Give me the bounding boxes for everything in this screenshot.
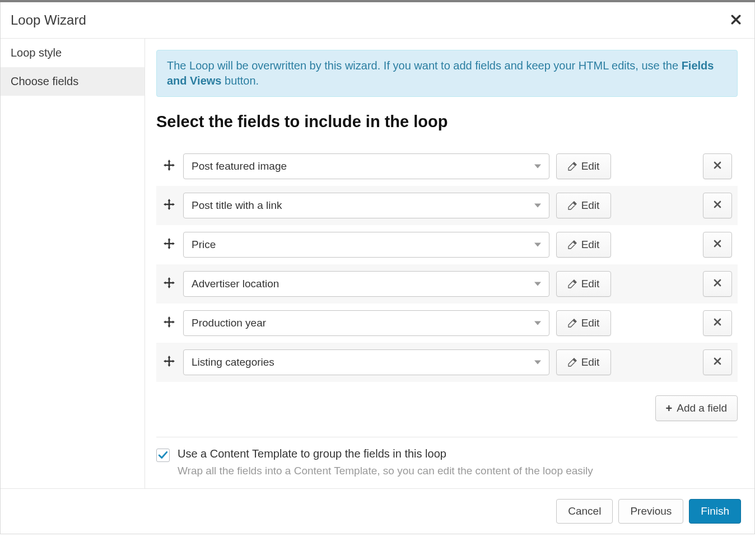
field-name: Listing categories (192, 356, 274, 368)
edit-label: Edit (581, 356, 600, 368)
close-icon[interactable] (731, 12, 741, 28)
field-row: Post featured imageEdit (156, 147, 738, 186)
edit-button[interactable]: Edit (556, 193, 611, 218)
overwrite-notice: The Loop will be overwritten by this wiz… (156, 50, 738, 97)
drag-handle-icon[interactable] (162, 277, 176, 291)
close-icon (713, 317, 722, 329)
pencil-icon (568, 240, 577, 249)
field-name: Advertiser location (192, 278, 279, 290)
close-icon (713, 239, 722, 251)
edit-label: Edit (581, 278, 600, 290)
field-name: Post featured image (192, 160, 287, 172)
add-field-button[interactable]: + Add a field (655, 395, 738, 421)
field-row: Production yearEdit (156, 304, 738, 343)
drag-handle-icon[interactable] (162, 199, 176, 212)
edit-label: Edit (581, 239, 600, 251)
field-select[interactable]: Price (183, 232, 549, 258)
remove-button[interactable] (703, 232, 732, 258)
checkbox-label: Use a Content Template to group the fiel… (178, 447, 593, 460)
add-field-row: + Add a field (156, 382, 738, 431)
field-row: Advertiser locationEdit (156, 264, 738, 304)
edit-button[interactable]: Edit (556, 349, 611, 375)
dialog-title: Loop Wizard (11, 12, 86, 28)
field-select[interactable]: Post featured image (183, 153, 549, 179)
pencil-icon (568, 201, 577, 210)
content-template-option: Use a Content Template to group the fiel… (156, 447, 738, 477)
close-icon (713, 199, 722, 212)
sidebar: Loop style Choose fields (1, 39, 145, 488)
remove-button[interactable] (703, 193, 732, 218)
add-field-label: Add a field (677, 402, 727, 414)
fields-list: Post featured imageEditPost title with a… (156, 147, 738, 382)
dialog-footer: Cancel Previous Finish (1, 488, 754, 534)
select-box[interactable]: Listing categories (183, 349, 549, 375)
previous-button[interactable]: Previous (618, 499, 683, 524)
pencil-icon (568, 319, 577, 328)
edit-button[interactable]: Edit (556, 271, 611, 297)
notice-prefix: The Loop will be overwritten by this wiz… (167, 59, 682, 72)
edit-button[interactable]: Edit (556, 310, 611, 336)
content-template-checkbox[interactable] (156, 449, 170, 462)
pencil-icon (568, 162, 577, 171)
content-wrap: Loop style Choose fields The Loop will b… (1, 39, 754, 488)
cancel-button[interactable]: Cancel (556, 499, 613, 524)
field-name: Production year (192, 317, 266, 329)
remove-button[interactable] (703, 271, 732, 297)
divider (156, 437, 738, 437)
field-name: Post title with a link (192, 199, 282, 212)
field-row: PriceEdit (156, 225, 738, 264)
main-panel: The Loop will be overwritten by this wiz… (145, 39, 754, 488)
remove-button[interactable] (703, 310, 732, 336)
edit-label: Edit (581, 160, 600, 172)
close-icon (713, 356, 722, 368)
section-title: Select the fields to include in the loop (156, 113, 738, 131)
close-icon (713, 278, 722, 290)
finish-button[interactable]: Finish (689, 499, 741, 524)
sidebar-item-label: Choose fields (11, 75, 78, 87)
field-name: Price (192, 239, 216, 251)
field-select[interactable]: Production year (183, 310, 549, 336)
close-icon (713, 160, 722, 172)
sidebar-item-loop-style[interactable]: Loop style (1, 39, 145, 67)
dialog-header: Loop Wizard (1, 2, 754, 39)
edit-button[interactable]: Edit (556, 153, 611, 179)
remove-button[interactable] (703, 349, 732, 375)
field-select[interactable]: Advertiser location (183, 271, 549, 297)
select-box[interactable]: Post title with a link (183, 193, 549, 218)
pencil-icon (568, 279, 577, 288)
checkbox-description: Wrap all the fields into a Content Templ… (178, 465, 593, 477)
notice-suffix: button. (221, 74, 259, 87)
field-select[interactable]: Listing categories (183, 349, 549, 375)
drag-handle-icon[interactable] (162, 356, 176, 369)
remove-button[interactable] (703, 153, 732, 179)
loop-wizard-dialog: Loop Wizard Loop style Choose fields The… (0, 2, 755, 534)
edit-label: Edit (581, 199, 600, 212)
drag-handle-icon[interactable] (162, 160, 176, 173)
sidebar-item-label: Loop style (11, 46, 62, 59)
field-row: Post title with a linkEdit (156, 186, 738, 225)
edit-label: Edit (581, 317, 600, 329)
drag-handle-icon[interactable] (162, 238, 176, 251)
sidebar-item-choose-fields[interactable]: Choose fields (1, 67, 145, 96)
pencil-icon (568, 358, 577, 367)
select-box[interactable]: Advertiser location (183, 271, 549, 297)
field-row: Listing categoriesEdit (156, 343, 738, 382)
select-box[interactable]: Production year (183, 310, 549, 336)
drag-handle-icon[interactable] (162, 316, 176, 330)
edit-button[interactable]: Edit (556, 232, 611, 258)
plus-icon: + (666, 402, 673, 415)
select-box[interactable]: Post featured image (183, 153, 549, 179)
select-box[interactable]: Price (183, 232, 549, 258)
field-select[interactable]: Post title with a link (183, 193, 549, 218)
